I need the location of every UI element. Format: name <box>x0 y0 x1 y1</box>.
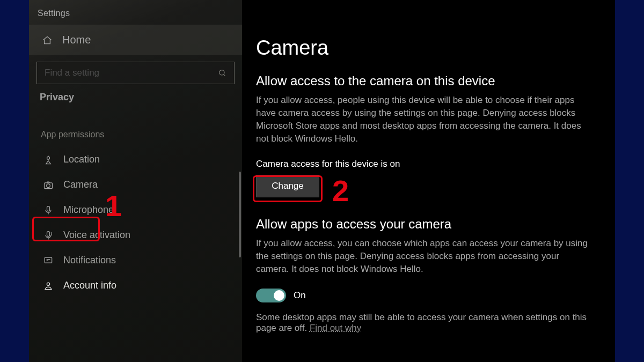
sidebar-item-location[interactable]: Location <box>29 147 242 172</box>
home-icon <box>40 35 55 46</box>
svg-rect-6 <box>45 257 52 263</box>
voice-activation-icon <box>41 230 56 241</box>
toggle-switch-icon <box>256 289 286 302</box>
toggle-state-label: On <box>294 290 306 301</box>
sidebar-item-label: Voice activation <box>63 230 130 241</box>
page-title: Camera <box>256 36 591 60</box>
sidebar-item-label: Account info <box>63 280 116 291</box>
note-text: Some desktop apps may still be able to a… <box>256 312 587 333</box>
search-field[interactable] <box>45 68 218 78</box>
sidebar-category: Privacy <box>29 90 242 108</box>
sidebar-item-camera[interactable]: Camera <box>29 172 242 197</box>
sidebar-item-label: Home <box>62 34 91 46</box>
search-container <box>29 55 242 90</box>
svg-rect-4 <box>47 206 50 211</box>
device-access-status: Camera access for this device is on <box>256 159 591 169</box>
location-icon <box>41 154 56 165</box>
sidebar: Settings Home Privacy App permissions <box>29 0 242 362</box>
desktop-apps-note: Some desktop apps may still be able to a… <box>256 312 591 334</box>
app-title: Settings <box>29 2 242 25</box>
sidebar-item-label: Microphone <box>63 204 114 216</box>
app-access-toggle[interactable]: On <box>256 289 591 302</box>
sidebar-section-header: App permissions <box>29 108 242 147</box>
svg-rect-5 <box>47 231 50 236</box>
sidebar-item-microphone[interactable]: Microphone <box>29 197 242 223</box>
sidebar-scrollbar[interactable] <box>239 172 241 257</box>
account-info-icon <box>41 280 56 291</box>
sidebar-item-home[interactable]: Home <box>29 25 242 55</box>
settings-window: Settings Home Privacy App permissions <box>29 0 615 362</box>
sidebar-item-label: Notifications <box>63 255 116 266</box>
notifications-icon <box>41 255 56 266</box>
svg-point-3 <box>47 183 50 187</box>
sidebar-item-voice-activation[interactable]: Voice activation <box>29 223 242 248</box>
change-button[interactable]: Change <box>256 175 319 197</box>
section-heading-app-access: Allow apps to access your camera <box>256 217 591 232</box>
section-heading-device-access: Allow access to the camera on this devic… <box>256 73 591 88</box>
sidebar-item-label: Camera <box>63 179 98 190</box>
device-access-description: If you allow access, people using this d… <box>256 94 591 146</box>
sidebar-item-account-info[interactable]: Account info <box>29 273 242 298</box>
app-access-description: If you allow access, you can choose whic… <box>256 237 591 276</box>
svg-point-7 <box>47 283 49 285</box>
svg-point-0 <box>219 70 224 75</box>
find-out-why-link[interactable]: Find out why <box>310 323 361 333</box>
camera-icon <box>41 180 56 190</box>
sidebar-item-label: Location <box>63 154 100 165</box>
microphone-icon <box>41 205 56 216</box>
search-input[interactable] <box>36 62 235 84</box>
search-icon <box>218 69 226 77</box>
content-pane: Camera Allow access to the camera on thi… <box>242 0 615 362</box>
sidebar-item-notifications[interactable]: Notifications <box>29 248 242 273</box>
svg-point-1 <box>47 157 50 159</box>
